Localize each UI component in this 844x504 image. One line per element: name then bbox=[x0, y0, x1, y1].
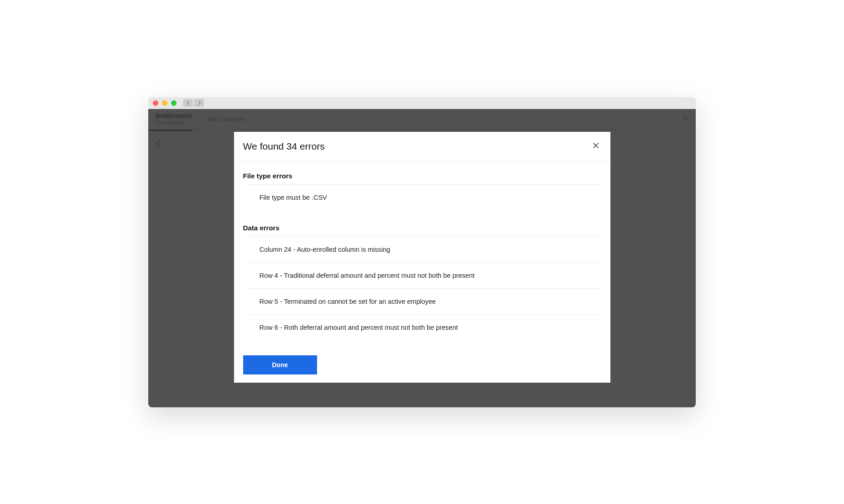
modal-title: We found 34 errors bbox=[243, 141, 325, 152]
window-maximize-button[interactable] bbox=[171, 100, 177, 106]
error-item: Row 6 - Roth deferral amount and percent… bbox=[243, 314, 601, 340]
nav-forward-button[interactable] bbox=[194, 99, 204, 107]
nav-buttons bbox=[183, 99, 204, 107]
modal-body[interactable]: File type errors File type must be .CSV … bbox=[234, 162, 610, 347]
browser-window: Betterment For Business Add Employees We… bbox=[148, 97, 696, 407]
window-close-button[interactable] bbox=[153, 100, 158, 106]
modal-overlay: We found 34 errors File type errors File… bbox=[148, 109, 696, 407]
nav-back-button[interactable] bbox=[183, 99, 193, 107]
traffic-lights bbox=[153, 100, 177, 106]
window-minimize-button[interactable] bbox=[162, 100, 167, 106]
done-button[interactable]: Done bbox=[243, 355, 317, 374]
modal-close-button[interactable] bbox=[590, 140, 601, 153]
data-error-list: Column 24 - Auto-enrolled column is miss… bbox=[243, 236, 601, 340]
data-errors-heading: Data errors bbox=[243, 224, 601, 232]
error-item: Row 5 - Terminated on cannot be set for … bbox=[243, 288, 601, 314]
file-type-errors-heading: File type errors bbox=[243, 172, 601, 180]
error-item: Column 24 - Auto-enrolled column is miss… bbox=[243, 236, 601, 262]
app-content: Betterment For Business Add Employees We… bbox=[148, 109, 696, 407]
file-type-error-list: File type must be .CSV bbox=[243, 184, 601, 210]
modal-header: We found 34 errors bbox=[234, 132, 610, 162]
error-item: Row 4 - Traditional deferral amount and … bbox=[243, 262, 601, 288]
error-item: File type must be .CSV bbox=[243, 184, 601, 210]
titlebar bbox=[148, 97, 696, 109]
modal-footer: Done bbox=[234, 347, 610, 383]
errors-modal: We found 34 errors File type errors File… bbox=[234, 132, 610, 383]
